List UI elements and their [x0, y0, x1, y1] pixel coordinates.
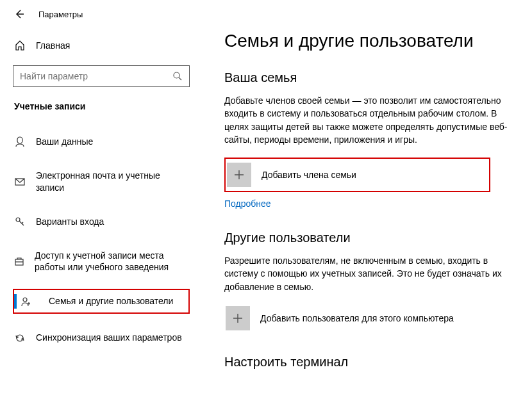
home-nav[interactable]: Главная	[13, 37, 190, 54]
plus-icon	[227, 163, 251, 187]
nav-email-accounts[interactable]: Электронная почта и учетные записи	[13, 163, 190, 200]
nav-your-data[interactable]: Ваши данные	[13, 129, 190, 154]
svg-line-6	[19, 221, 24, 225]
nav-work-school[interactable]: Доступ к учетной записи места работы или…	[13, 243, 190, 280]
learn-more-link[interactable]: Подробнее	[224, 199, 271, 209]
nav-label: Синхронизация ваших параметров	[36, 332, 182, 344]
key-icon	[14, 216, 26, 227]
nav-label: Доступ к учетной записи места работы или…	[35, 250, 188, 274]
section-header: Учетные записи	[13, 101, 190, 111]
others-heading: Другие пользователи	[224, 231, 513, 245]
nav-label: Варианты входа	[36, 216, 104, 228]
sync-icon	[14, 333, 26, 343]
window-title: Параметры	[38, 10, 83, 19]
add-family-label: Добавить члена семьи	[262, 170, 356, 180]
svg-line-7	[22, 222, 23, 223]
plus-icon	[226, 306, 250, 330]
add-other-user-label: Добавить пользователя для этого компьюте…	[260, 313, 454, 323]
search-input[interactable]	[20, 71, 172, 81]
page-title: Семья и другие пользователи	[224, 31, 513, 51]
search-input-container[interactable]	[13, 65, 190, 87]
svg-rect-3	[17, 137, 22, 143]
search-icon	[172, 71, 183, 81]
back-button[interactable]	[14, 9, 24, 19]
nav-label: Семья и другие пользователи	[49, 295, 173, 307]
nav-family-users[interactable]: Семья и другие пользователи	[13, 289, 190, 314]
home-icon	[14, 40, 26, 51]
briefcase-icon	[14, 256, 24, 266]
add-other-user-button[interactable]: Добавить пользователя для этого компьюте…	[224, 305, 490, 332]
person-icon	[14, 136, 26, 147]
svg-point-10	[23, 298, 27, 302]
people-add-icon	[21, 296, 32, 307]
nav-sync-settings[interactable]: Синхронизация ваших параметров	[13, 325, 190, 350]
family-heading: Ваша семья	[224, 70, 513, 85]
others-description: Разрешите пользователям, не включенным в…	[224, 254, 513, 293]
mail-icon	[14, 177, 26, 187]
nav-label: Ваши данные	[36, 136, 93, 148]
nav-signin-options[interactable]: Варианты входа	[13, 209, 190, 234]
svg-point-1	[174, 72, 179, 78]
family-description: Добавьте членов своей семьи — это позвол…	[224, 94, 513, 146]
add-family-member-button[interactable]: Добавить члена семьи	[224, 158, 490, 192]
home-label: Главная	[36, 40, 70, 51]
svg-line-2	[179, 77, 181, 80]
terminal-heading: Настроить терминал	[224, 355, 513, 369]
nav-label: Электронная почта и учетные записи	[36, 170, 188, 194]
